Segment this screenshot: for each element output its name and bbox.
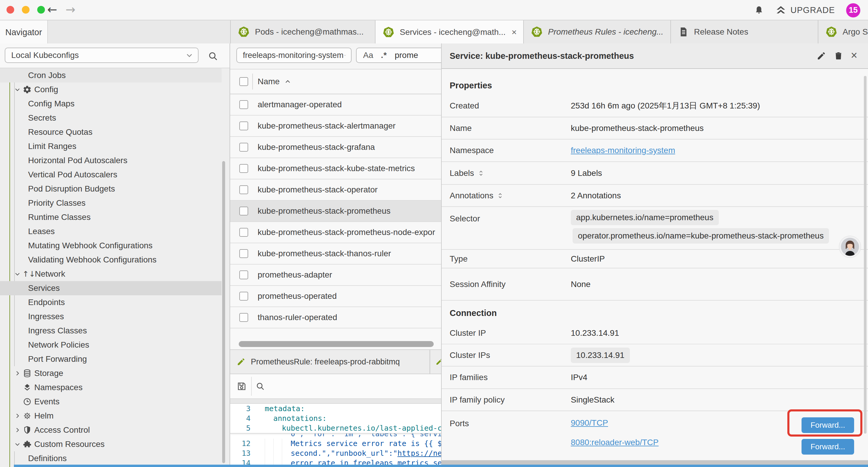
sidebar-item-runtime-classes[interactable]: Runtime Classes bbox=[0, 210, 230, 224]
namespace-link[interactable]: freeleaps-monitoring-system bbox=[571, 146, 675, 155]
sidebar-item-priority-classes[interactable]: Priority Classes bbox=[0, 196, 230, 210]
detail-scrollbar[interactable] bbox=[864, 76, 867, 434]
select-all-checkbox[interactable] bbox=[239, 77, 248, 86]
regex-toggle[interactable]: .* bbox=[381, 51, 387, 60]
editor-tab-prometheusrule[interactable]: PrometheusRule: freeleaps-prod-rabbitmq bbox=[230, 350, 430, 374]
ip-family-policy-value: SingleStack bbox=[571, 395, 615, 405]
table-row[interactable]: kube-prometheus-stack-operator bbox=[230, 179, 441, 201]
search-icon[interactable] bbox=[208, 51, 219, 62]
row-checkbox[interactable] bbox=[239, 164, 248, 173]
table-row[interactable]: kube-prometheus-stack-thanos-ruler bbox=[230, 243, 441, 265]
sidebar-scrollbar[interactable] bbox=[222, 161, 225, 463]
yaml-editor[interactable]: 3metadata: 4annotations: 5kubectl.kubern… bbox=[230, 404, 441, 467]
sidebar-item-mutating-webhook-configurations[interactable]: Mutating Webhook Configurations bbox=[0, 238, 230, 253]
close-panel-icon[interactable]: × bbox=[851, 50, 857, 61]
table-row[interactable]: prometheus-operated bbox=[230, 286, 441, 307]
row-checkbox[interactable] bbox=[239, 121, 248, 130]
user-avatar[interactable] bbox=[839, 236, 861, 258]
expand-collapse-icon[interactable] bbox=[477, 169, 485, 177]
close-window-button[interactable] bbox=[6, 6, 14, 13]
detail-header: Service: kube-prometheus-stack-prometheu… bbox=[442, 43, 868, 69]
sidebar-item-cron-jobs[interactable]: Cron Jobs bbox=[0, 68, 230, 83]
sidebar-item-vertical-pod-autoscalers[interactable]: Vertical Pod Autoscalers bbox=[0, 168, 230, 182]
search-icon[interactable] bbox=[255, 381, 265, 391]
sidebar-item-validating-webhook-configurations[interactable]: Validating Webhook Configurations bbox=[0, 253, 230, 267]
sidebar-item-limit-ranges[interactable]: Limit Ranges bbox=[0, 139, 230, 153]
sidebar-item-ingress-classes[interactable]: Ingress Classes bbox=[0, 324, 230, 338]
forward-button-9090[interactable]: Forward... bbox=[802, 417, 854, 433]
sort-ascending-icon[interactable] bbox=[284, 78, 291, 85]
port-link-9090[interactable]: 9090/TCP bbox=[571, 418, 658, 428]
sidebar-item-horizontal-pod-autoscalers[interactable]: Horizontal Pod Autoscalers bbox=[0, 153, 230, 168]
tab-prometheus-rules[interactable]: Prometheus Rules - icecheng... bbox=[524, 20, 671, 43]
table-row[interactable]: kube-prometheus-stack-kube-state-metrics bbox=[230, 158, 441, 179]
row-checkbox[interactable] bbox=[239, 207, 248, 215]
row-checkbox[interactable] bbox=[239, 185, 248, 194]
delete-trash-icon[interactable] bbox=[834, 51, 843, 61]
tab-release-notes[interactable]: Release Notes bbox=[671, 20, 818, 43]
port-link-8080[interactable]: 8080:reloader-web/TCP bbox=[571, 438, 658, 447]
case-sensitive-toggle[interactable]: Aa bbox=[363, 51, 373, 60]
sidebar-item-custom-resources[interactable]: Custom Resources bbox=[0, 437, 230, 451]
edit-pencil-icon[interactable] bbox=[816, 51, 826, 61]
sidebar-item-secrets[interactable]: Secrets bbox=[0, 111, 230, 125]
property-row-namespace: Namespace freeleaps-monitoring-system bbox=[442, 140, 868, 162]
row-checkbox[interactable] bbox=[239, 143, 248, 152]
sidebar-item-port-forwarding[interactable]: Port Forwarding bbox=[0, 352, 230, 366]
tab-argo[interactable]: Argo Se bbox=[818, 20, 868, 43]
close-tab-icon[interactable]: × bbox=[512, 27, 517, 37]
sidebar-item-endpoints[interactable]: Endpoints bbox=[0, 295, 230, 310]
table-row[interactable]: kube-prometheus-stack-prometheus-node-ex… bbox=[230, 222, 441, 243]
editor-tab-partial[interactable] bbox=[431, 350, 441, 374]
row-checkbox[interactable] bbox=[239, 100, 248, 109]
zoom-window-button[interactable] bbox=[37, 6, 45, 13]
tab-pods[interactable]: Pods - icecheng@mathmas... bbox=[230, 20, 375, 43]
table-row[interactable]: thanos-ruler-operated bbox=[230, 307, 441, 328]
sidebar-item-config[interactable]: Config bbox=[0, 83, 230, 97]
sidebar-item-ingresses[interactable]: Ingresses bbox=[0, 310, 230, 324]
sidebar-item-network[interactable]: ↑↓ Network bbox=[0, 267, 230, 281]
horizontal-scrollbar[interactable] bbox=[239, 341, 434, 347]
notification-count-badge[interactable]: 15 bbox=[846, 3, 860, 18]
sidebar-item-resource-quotas[interactable]: Resource Quotas bbox=[0, 125, 230, 139]
sidebar-item-namespaces[interactable]: Namespaces bbox=[0, 380, 230, 395]
annotations-count: 2 Annotations bbox=[571, 191, 621, 200]
table-row[interactable]: alertmanager-operated bbox=[230, 94, 441, 116]
row-checkbox[interactable] bbox=[239, 249, 248, 258]
tab-navigator[interactable]: Navigator bbox=[0, 20, 48, 44]
minimize-window-button[interactable] bbox=[22, 6, 30, 13]
forward-button[interactable]: → bbox=[66, 2, 75, 17]
sidebar-item-pod-disruption-budgets[interactable]: Pod Disruption Budgets bbox=[0, 182, 230, 196]
sidebar-item-access-control[interactable]: Access Control bbox=[0, 423, 230, 437]
sidebar-item-config-maps[interactable]: Config Maps bbox=[0, 97, 230, 111]
sidebar-item-services[interactable]: Services bbox=[0, 281, 230, 295]
table-row[interactable]: kube-prometheus-stack-alertmanager bbox=[230, 116, 441, 137]
sidebar-item-storage[interactable]: Storage bbox=[0, 366, 230, 380]
back-button[interactable]: ← bbox=[47, 2, 57, 17]
filter-input[interactable]: Aa .* prome bbox=[356, 48, 441, 63]
namespace-selector-value: freeleaps-monitoring-system bbox=[243, 51, 344, 60]
sidebar-item-helm[interactable]: Helm bbox=[0, 409, 230, 423]
upgrade-button[interactable]: UPGRADE bbox=[775, 5, 835, 16]
sidebar-item-events[interactable]: Events bbox=[0, 395, 230, 409]
row-checkbox[interactable] bbox=[239, 313, 248, 322]
save-icon[interactable] bbox=[236, 381, 247, 391]
row-checkbox[interactable] bbox=[239, 270, 248, 279]
kubeconfig-selector[interactable]: Local Kubeconfigs bbox=[5, 48, 198, 63]
expand-collapse-icon[interactable] bbox=[496, 192, 504, 200]
tab-services[interactable]: Services - icecheng@math... × bbox=[375, 20, 524, 44]
table-row-selected[interactable]: kube-prometheus-stack-prometheus bbox=[230, 201, 441, 222]
ip-families-value: IPv4 bbox=[571, 373, 587, 382]
row-checkbox[interactable] bbox=[239, 228, 248, 237]
namespace-selector[interactable]: freeleaps-monitoring-system bbox=[236, 48, 351, 63]
table-row[interactable]: prometheus-adapter bbox=[230, 265, 441, 286]
notifications-bell-icon[interactable] bbox=[754, 5, 764, 16]
table-row[interactable]: kube-prometheus-stack-grafana bbox=[230, 137, 441, 158]
sidebar-item-leases[interactable]: Leases bbox=[0, 224, 230, 238]
name-column-header[interactable]: Name bbox=[258, 77, 280, 86]
sidebar-item-definitions[interactable]: Definitions bbox=[0, 451, 230, 466]
sidebar-item-network-policies[interactable]: Network Policies bbox=[0, 338, 230, 352]
row-checkbox[interactable] bbox=[239, 292, 248, 300]
forward-button-8080[interactable]: Forward... bbox=[802, 439, 854, 455]
runbook-url-link[interactable]: https://net bbox=[397, 449, 441, 458]
